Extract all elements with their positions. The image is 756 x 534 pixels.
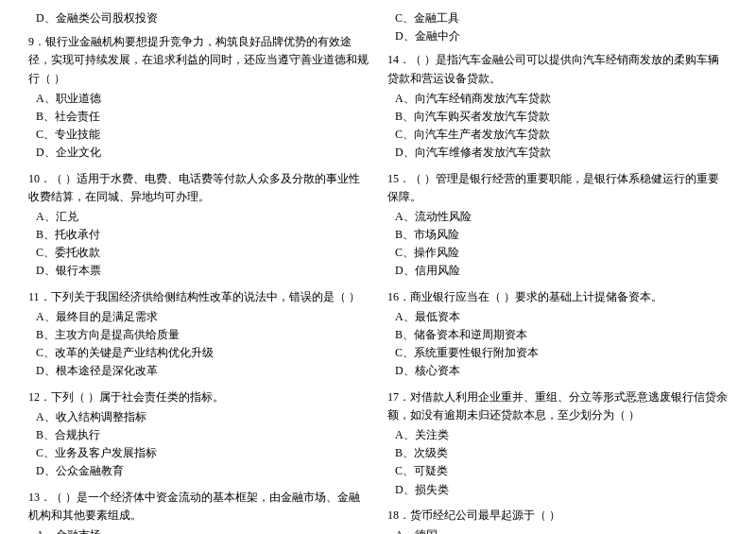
question-15: 15．（ ）管理是银行经营的重要职能，是银行体系稳健运行的重要保障。A、流动性风… (387, 170, 728, 281)
question-9-option-1[interactable]: B、社会责任 (28, 108, 369, 126)
question-12: 12．下列（ ）属于社会责任类的指标。A、收入结构调整指标B、合规执行C、业务及… (28, 388, 369, 481)
question-11-text: 11．下列关于我国经济供给侧结构性改革的说法中，错误的是（ ） (28, 288, 369, 306)
question-10-option-1[interactable]: B、托收承付 (28, 226, 369, 244)
question-12-option-0[interactable]: A、收入结构调整指标 (28, 408, 369, 426)
question-9-option-2[interactable]: C、专业技能 (28, 126, 369, 144)
question-17-option-0[interactable]: A、关注类 (387, 426, 728, 444)
question-14-option-2[interactable]: C、向汽车生产者发放汽车贷款 (387, 126, 728, 144)
question-15-option-2[interactable]: C、操作风险 (387, 244, 728, 262)
question-13-text: 13．（ ）是一个经济体中资金流动的基本框架，由金融市场、金融机构和其他要素组成… (28, 489, 369, 525)
question-16: 16．商业银行应当在（ ）要求的基础上计提储备资本。A、最低资本B、储备资本和逆… (387, 288, 728, 381)
question-14-option-1[interactable]: B、向汽车购买者发放汽车贷款 (387, 108, 728, 126)
question-18: 18．货币经纪公司最早起源于（ ）A、德国B、美国 (387, 507, 728, 534)
question-16-option-0[interactable]: A、最低资本 (387, 308, 728, 326)
question-10: 10．（ ）适用于水费、电费、电话费等付款人众多及分散的事业性收费结算，在同城、… (28, 170, 369, 281)
question-14-text: 14．（ ）是指汽车金融公司可以提供向汽车经销商发放的柔购车辆贷款和营运设备贷款… (387, 51, 728, 87)
question-9: 9．银行业金融机构要想提升竞争力，构筑良好品牌优势的有效途径，实现可持续发展，在… (28, 33, 369, 162)
top-option-right-c: C、金融工具 (387, 9, 728, 27)
question-15-option-0[interactable]: A、流动性风险 (387, 208, 728, 226)
question-16-option-3[interactable]: D、核心资本 (387, 362, 728, 380)
question-15-option-1[interactable]: B、市场风险 (387, 226, 728, 244)
question-13: 13．（ ）是一个经济体中资金流动的基本框架，由金融市场、金融机构和其他要素组成… (28, 489, 369, 535)
question-16-text: 16．商业银行应当在（ ）要求的基础上计提储备资本。 (387, 288, 728, 306)
question-17-option-1[interactable]: B、次级类 (387, 444, 728, 462)
question-9-option-3[interactable]: D、企业文化 (28, 144, 369, 162)
question-13-option-0[interactable]: A、金融市场 (28, 526, 369, 534)
question-12-text: 12．下列（ ）属于社会责任类的指标。 (28, 388, 369, 406)
question-16-option-2[interactable]: C、系统重要性银行附加资本 (387, 344, 728, 362)
question-9-text: 9．银行业金融机构要想提升竞争力，构筑良好品牌优势的有效途径，实现可持续发展，在… (28, 33, 369, 88)
question-12-option-3[interactable]: D、公众金融教育 (28, 462, 369, 480)
question-10-option-0[interactable]: A、汇兑 (28, 208, 369, 226)
question-18-text: 18．货币经纪公司最早起源于（ ） (387, 507, 728, 525)
question-16-option-1[interactable]: B、储备资本和逆周期资本 (387, 326, 728, 344)
question-14-option-3[interactable]: D、向汽车维修者发放汽车贷款 (387, 144, 728, 162)
question-18-option-0[interactable]: A、德国 (387, 526, 728, 534)
top-option-right-d: D、金融中介 (387, 27, 728, 45)
question-14-option-0[interactable]: A、向汽车经销商发放汽车贷款 (387, 90, 728, 108)
top-option-left-d: D、金融类公司股权投资 (28, 9, 369, 27)
question-12-option-1[interactable]: B、合规执行 (28, 426, 369, 444)
question-12-option-2[interactable]: C、业务及客户发展指标 (28, 444, 369, 462)
question-15-text: 15．（ ）管理是银行经营的重要职能，是银行体系稳健运行的重要保障。 (387, 170, 728, 206)
question-11-option-2[interactable]: C、改革的关键是产业结构优化升级 (28, 344, 369, 362)
question-17-option-3[interactable]: D、损失类 (387, 481, 728, 499)
question-17-text: 17．对借款人利用企业重并、重组、分立等形式恶意逃废银行信贷余额，如没有逾期未归… (387, 388, 728, 424)
question-14: 14．（ ）是指汽车金融公司可以提供向汽车经销商发放的柔购车辆贷款和营运设备贷款… (387, 51, 728, 162)
question-11-option-3[interactable]: D、根本途径是深化改革 (28, 362, 369, 380)
question-17: 17．对借款人利用企业重并、重组、分立等形式恶意逃废银行信贷余额，如没有逾期未归… (387, 388, 728, 499)
question-15-option-3[interactable]: D、信用风险 (387, 262, 728, 280)
question-11-option-1[interactable]: B、主攻方向是提高供给质量 (28, 326, 369, 344)
question-11: 11．下列关于我国经济供给侧结构性改革的说法中，错误的是（ ）A、最终目的是满足… (28, 288, 369, 381)
question-11-option-0[interactable]: A、最终目的是满足需求 (28, 308, 369, 326)
question-17-option-2[interactable]: C、可疑类 (387, 462, 728, 480)
question-10-text: 10．（ ）适用于水费、电费、电话费等付款人众多及分散的事业性收费结算，在同城、… (28, 170, 369, 206)
question-10-option-2[interactable]: C、委托收款 (28, 244, 369, 262)
question-10-option-3[interactable]: D、银行本票 (28, 262, 369, 280)
question-9-option-0[interactable]: A、职业道德 (28, 90, 369, 108)
